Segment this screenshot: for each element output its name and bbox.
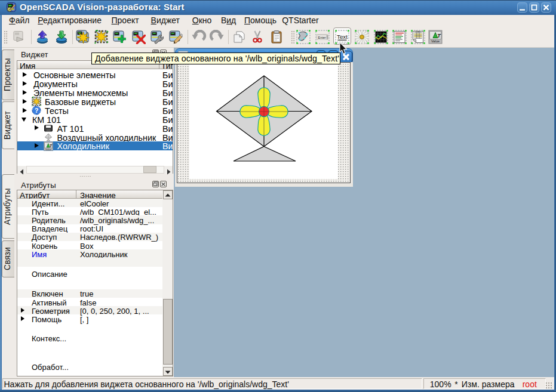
svg-text:Order: Order — [416, 30, 422, 33]
svg-text:Value: Value — [431, 39, 440, 43]
svg-text:T: T — [50, 143, 53, 147]
svg-text:Enter: Enter — [318, 35, 326, 39]
svg-text:Value: Value — [45, 148, 52, 151]
svg-text:?: ? — [35, 107, 39, 114]
svg-text:Text: Text — [337, 33, 348, 40]
